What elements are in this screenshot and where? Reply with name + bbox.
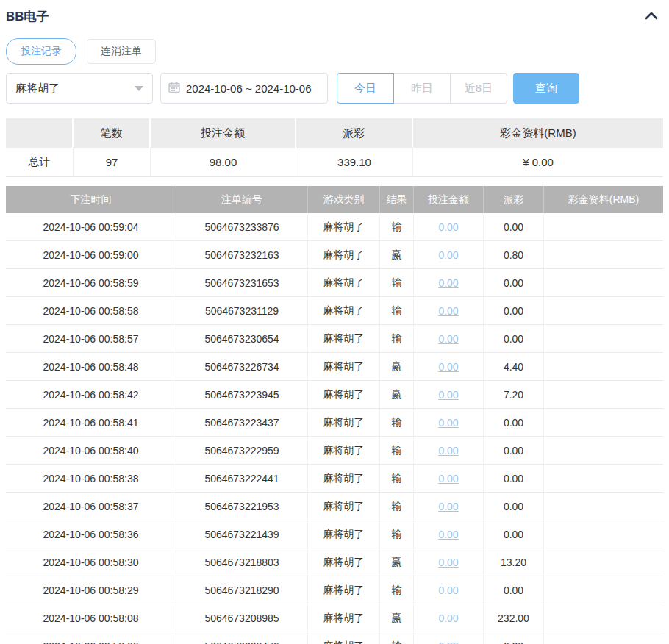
bet-amount-link[interactable]: 0.00 xyxy=(438,361,458,373)
col-bet-amount: 投注金额 xyxy=(414,186,484,213)
bet-amount-link[interactable]: 0.00 xyxy=(438,249,458,261)
bet-amount-link[interactable]: 0.00 xyxy=(438,529,458,540)
bet-amount-link[interactable]: 0.00 xyxy=(438,501,458,512)
game-type-cell: 麻将胡了 xyxy=(308,632,380,644)
order-number-cell: 5064673208985 xyxy=(176,604,308,632)
calendar-icon xyxy=(168,82,180,96)
jackpot-cell xyxy=(544,297,663,325)
payout-cell: 7.20 xyxy=(484,381,544,409)
jackpot-cell xyxy=(544,325,663,353)
order-number-cell: 5064673222959 xyxy=(176,437,308,465)
bet-amount-cell: 0.00 xyxy=(414,409,484,437)
summary-header-bet-amount: 投注金额 xyxy=(151,118,296,148)
col-result: 结果 xyxy=(380,186,414,213)
bet-amount-cell: 0.00 xyxy=(414,213,484,241)
bet-amount-cell: 0.00 xyxy=(414,493,484,520)
bet-time-cell: 2024-10-06 00:59:04 xyxy=(6,213,176,241)
table-row: 2024-10-06 00:58:595064673231653麻将胡了输0.0… xyxy=(6,269,663,297)
col-order-number: 注单编号 xyxy=(176,186,308,213)
bet-time-cell: 2024-10-06 00:58:59 xyxy=(6,269,176,297)
payout-cell: 0.00 xyxy=(484,493,544,520)
result-cell: 输 xyxy=(380,576,414,604)
table-row: 2024-10-06 00:58:575064673230654麻将胡了输0.0… xyxy=(6,325,663,353)
jackpot-cell xyxy=(544,548,663,576)
result-cell: 输 xyxy=(380,465,414,493)
jackpot-cell xyxy=(544,604,663,632)
bet-amount-link[interactable]: 0.00 xyxy=(438,557,458,568)
table-row: 2024-10-06 00:58:485064673226734麻将胡了赢0.0… xyxy=(6,353,663,381)
game-type-cell: 麻将胡了 xyxy=(308,520,380,548)
order-number-cell: 5064673233876 xyxy=(176,213,308,241)
game-type-cell: 麻将胡了 xyxy=(308,493,380,520)
bet-amount-link[interactable]: 0.00 xyxy=(438,277,458,289)
game-type-cell: 麻将胡了 xyxy=(308,576,380,604)
chevron-down-icon xyxy=(135,86,143,91)
bet-amount-link[interactable]: 0.00 xyxy=(438,389,458,401)
result-cell: 输 xyxy=(380,213,414,241)
bet-amount-cell: 0.00 xyxy=(414,269,484,297)
bet-amount-link[interactable]: 0.00 xyxy=(438,417,458,429)
game-type-cell: 麻将胡了 xyxy=(308,297,380,325)
bet-time-cell: 2024-10-06 00:58:40 xyxy=(6,437,176,465)
bet-amount-cell: 0.00 xyxy=(414,381,484,409)
table-row: 2024-10-06 00:59:005064673232163麻将胡了赢0.0… xyxy=(6,241,663,269)
table-row: 2024-10-06 00:58:305064673218803麻将胡了赢0.0… xyxy=(6,548,663,576)
bet-amount-link[interactable]: 0.00 xyxy=(438,640,458,644)
bet-amount-cell: 0.00 xyxy=(414,632,484,644)
query-button[interactable]: 查询 xyxy=(513,73,579,104)
summary-count-value: 97 xyxy=(74,148,151,177)
order-number-cell: 5064673218803 xyxy=(176,548,308,576)
table-row: 2024-10-06 00:58:405064673222959麻将胡了输0.0… xyxy=(6,437,663,465)
quick-last8days-button[interactable]: 近8日 xyxy=(450,73,507,104)
bet-time-cell: 2024-10-06 00:58:58 xyxy=(6,297,176,325)
game-select[interactable]: 麻将胡了 xyxy=(6,73,153,104)
table-row: 2024-10-06 00:58:585064673231129麻将胡了输0.0… xyxy=(6,297,663,325)
payout-cell: 0.00 xyxy=(484,576,544,604)
game-type-cell: 麻将胡了 xyxy=(308,381,380,409)
jackpot-cell xyxy=(544,269,663,297)
jackpot-cell xyxy=(544,465,663,493)
jackpot-cell xyxy=(544,353,663,381)
game-type-cell: 麻将胡了 xyxy=(308,241,380,269)
result-cell: 赢 xyxy=(380,604,414,632)
bet-amount-link[interactable]: 0.00 xyxy=(438,473,458,484)
tab-bet-records[interactable]: 投注记录 xyxy=(6,38,76,65)
order-number-cell: 5064673223945 xyxy=(176,381,308,409)
result-cell: 输 xyxy=(380,437,414,465)
summary-header-count: 笔数 xyxy=(74,118,151,148)
quick-yesterday-button[interactable]: 昨日 xyxy=(393,73,451,104)
order-number-cell: 5064673226734 xyxy=(176,353,308,381)
jackpot-cell xyxy=(544,213,663,241)
bet-amount-link[interactable]: 0.00 xyxy=(438,305,458,317)
summary-payout-value: 339.10 xyxy=(296,148,413,177)
bet-amount-cell: 0.00 xyxy=(414,297,484,325)
panel-title: BB电子 xyxy=(6,8,49,25)
tab-cancelled-orders[interactable]: 连消注单 xyxy=(87,39,156,64)
result-cell: 赢 xyxy=(380,241,414,269)
bet-amount-cell: 0.00 xyxy=(414,604,484,632)
bet-amount-link[interactable]: 0.00 xyxy=(438,612,458,624)
jackpot-cell xyxy=(544,381,663,409)
table-row: 2024-10-06 00:58:065064673208476麻将胡了输0.0… xyxy=(6,632,663,644)
bet-time-cell: 2024-10-06 00:58:29 xyxy=(6,576,176,604)
summary-header-blank xyxy=(6,118,74,148)
records-table: 下注时间 注单编号 游戏类别 结果 投注金额 派彩 彩金资料(RMB) 2024… xyxy=(6,186,663,644)
result-cell: 输 xyxy=(380,409,414,437)
bet-amount-cell: 0.00 xyxy=(414,548,484,576)
collapse-button[interactable] xyxy=(641,7,662,25)
filter-bar: 麻将胡了 2024-10-06 ~ 2024-10-06 今日 昨日 近8日 查… xyxy=(6,73,663,104)
payout-cell: 0.00 xyxy=(484,213,544,241)
date-range-input[interactable]: 2024-10-06 ~ 2024-10-06 xyxy=(160,73,328,104)
col-bet-time: 下注时间 xyxy=(6,186,176,213)
bet-amount-link[interactable]: 0.00 xyxy=(438,221,458,233)
bet-amount-link[interactable]: 0.00 xyxy=(438,445,458,457)
tab-bar: 投注记录 连消注单 xyxy=(6,38,663,65)
table-row: 2024-10-06 00:58:085064673208985麻将胡了赢0.0… xyxy=(6,604,663,632)
bet-amount-link[interactable]: 0.00 xyxy=(438,333,458,345)
order-number-cell: 5064673232163 xyxy=(176,241,308,269)
quick-today-button[interactable]: 今日 xyxy=(337,73,394,104)
game-type-cell: 麻将胡了 xyxy=(308,604,380,632)
table-row: 2024-10-06 00:58:425064673223945麻将胡了赢0.0… xyxy=(6,381,663,409)
bet-amount-link[interactable]: 0.00 xyxy=(438,584,458,596)
jackpot-cell xyxy=(544,576,663,604)
